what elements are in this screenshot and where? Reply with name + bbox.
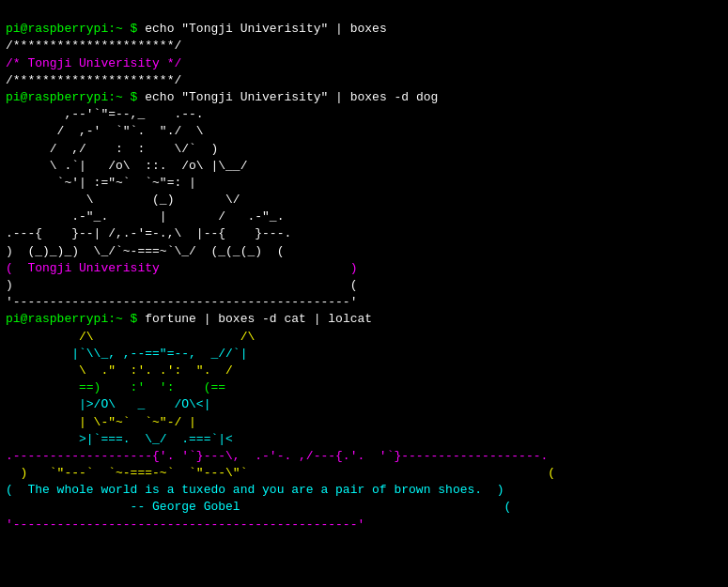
prompt-3: pi@raspberrypi:~ $ fortune | boxes -d ca… [6,312,372,326]
box-content-1: /* Tongji Univerisity */ [6,56,181,70]
terminal-window: pi@raspberrypi:~ $ echo "Tongji Univeris… [6,4,722,583]
cat-ascii: /\ /\ |`\\_, ,--=="=--, _//`| \ ." :'. .… [6,330,555,532]
box-bottom-1: /**********************/ [6,73,181,87]
prompt-2: pi@raspberrypi:~ $ echo "Tongji Univeris… [6,90,438,104]
dog-bottom: '---------------------------------------… [6,295,357,309]
dog-ascii-1: ,--'`"=--,_ .--. / ,-' `"`. "./ \ / ,/ :… [6,107,291,258]
box-top-1: /**********************/ [6,39,181,53]
dog-close: ) ( [6,278,357,292]
prompt-1: pi@raspberrypi:~ $ echo "Tongji Univeris… [6,22,387,36]
dog-content: ( Tongji Univerisity ) [6,261,357,275]
